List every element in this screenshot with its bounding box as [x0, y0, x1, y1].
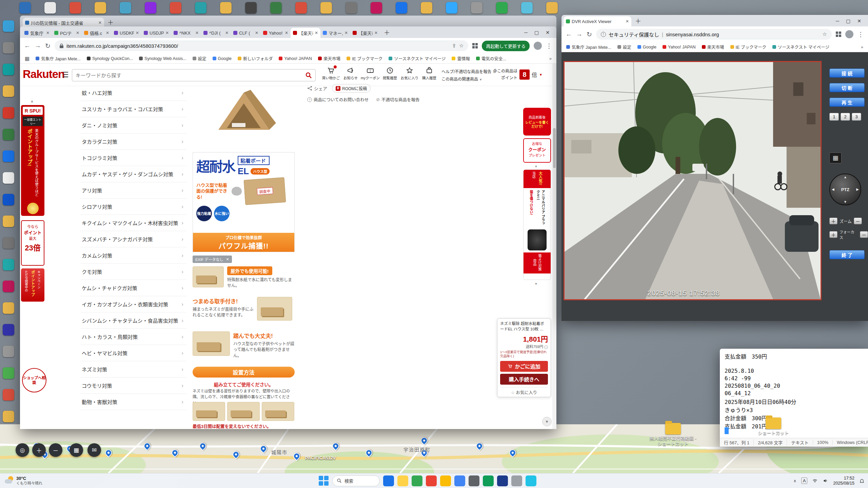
focus-out-button[interactable]: －	[860, 231, 868, 238]
desktop-icon[interactable]	[3, 172, 14, 184]
taskbar-app-icon[interactable]	[469, 475, 479, 486]
desktop-icon[interactable]	[3, 281, 14, 292]
help-report-link[interactable]: ヘルプ/不適切な商品を報告 ▼	[441, 68, 496, 76]
category-item[interactable]: キクイムシ・マツクイムシ・木材害虫対策 ›	[80, 215, 187, 231]
desktop-icon[interactable]	[295, 2, 307, 14]
category-item[interactable]: クモ対策 ›	[80, 264, 187, 280]
bookmarks-overflow-icon[interactable]: »	[861, 45, 863, 49]
bookmark-item[interactable]: ソースネクスト マイページ	[772, 44, 829, 50]
scrollbar-thumb[interactable]	[553, 128, 556, 168]
back-icon[interactable]: ←	[566, 30, 572, 38]
history-button[interactable]: 閲覧履歴	[380, 66, 400, 80]
desktop-icon[interactable]	[521, 2, 533, 14]
ad-scroll-down-icon[interactable]: ▼	[534, 282, 538, 286]
category-item[interactable]: イガ・カツオブシムシ・衣類害虫対策 ›	[80, 296, 187, 312]
bookmark-item[interactable]: IE ブックマーク	[347, 55, 382, 62]
checkout-button[interactable]: 購入手続きへ	[500, 374, 548, 385]
notification-bell-icon[interactable]	[859, 478, 865, 484]
desktop-icon[interactable]	[3, 194, 14, 205]
map-control-button[interactable]: ✉	[87, 443, 101, 457]
connect-button[interactable]: 接 続	[829, 68, 865, 78]
animal-barrier-banner[interactable]: 当店 大人気!! 猫を傷つけない! アニマルバリア ブラックミニ 猫よけ対策商品	[523, 169, 551, 280]
browser-tab[interactable]: USDJP ✕	[141, 28, 171, 38]
ptz-joystick[interactable]: ▲ ▼ ◀ ▶ PTZ	[829, 174, 861, 205]
desktop-icon[interactable]	[471, 2, 482, 14]
preset-button[interactable]: 3	[852, 113, 861, 121]
desktop-icon[interactable]	[3, 20, 14, 32]
close-icon[interactable]: ✕	[857, 18, 861, 24]
category-item[interactable]: ヘビ・ヤマビル対策 ›	[80, 345, 187, 361]
desktop-icon[interactable]	[3, 346, 14, 357]
page-scroll-down-button[interactable]: ▼	[542, 417, 552, 426]
browser-tab[interactable]: 【楽天市 ✕	[350, 28, 380, 38]
product-photo[interactable]	[193, 77, 295, 145]
bookmark-item[interactable]: 楽天市場	[318, 55, 340, 62]
taskbar-app-icon[interactable]	[397, 475, 408, 486]
desktop-icon[interactable]	[220, 2, 232, 14]
multiview-grid-button[interactable]: ▦	[829, 152, 842, 163]
tab-close-icon[interactable]: ✕	[344, 30, 348, 35]
desktop-icon[interactable]	[145, 2, 156, 14]
desktop-icon[interactable]	[546, 2, 558, 14]
desktop-icon[interactable]	[320, 2, 332, 14]
tab-close-icon[interactable]: ✕	[225, 30, 229, 35]
desktop-icon[interactable]	[195, 2, 206, 14]
bookmark-item[interactable]: ソースネクスト マイページ	[389, 55, 446, 62]
desktop-icon[interactable]	[3, 411, 14, 422]
new-tab-icon[interactable]: ＋	[632, 16, 645, 26]
bookmark-item[interactable]: 雷情報	[452, 55, 470, 62]
forward-icon[interactable]: →	[35, 42, 41, 49]
forward-icon[interactable]: →	[576, 30, 583, 38]
desktop-shortcut[interactable]: 無人販売不正行為動画 - ショートカット	[648, 423, 698, 446]
taskbar-app-icon[interactable]	[426, 475, 437, 486]
tray-chevron-icon[interactable]: ∧	[793, 479, 796, 483]
start-button[interactable]	[319, 476, 329, 486]
browser-tab[interactable]: DVR ActiveX Viewer ✕	[564, 16, 631, 26]
exif-close-icon[interactable]: ✕	[226, 257, 229, 262]
bookmark-item[interactable]: IE ブックマーク	[730, 44, 766, 50]
tab-close-icon[interactable]: ✕	[626, 19, 629, 24]
category-item[interactable]: ケムシ・チャドクガ対策 ›	[80, 280, 187, 296]
bookmark-item[interactable]: Google	[213, 56, 232, 61]
category-item[interactable]: 動物・害獣対策 ›	[80, 394, 187, 410]
desktop-icon[interactable]	[3, 389, 14, 401]
tab-close-icon[interactable]: ✕	[315, 30, 318, 35]
category-item[interactable]: ユスリカ・チョウバエ・コバエ対策 ›	[80, 101, 187, 117]
desktop-icon[interactable]	[170, 2, 181, 14]
category-item[interactable]: シバンムシ・チャタテムシ・食品害虫対策 ›	[80, 312, 187, 329]
volume-icon[interactable]	[823, 478, 828, 483]
bookmark-item[interactable]: 電気の安全...	[476, 55, 506, 62]
browser-tab[interactable]: Yahoo! ✕	[261, 28, 291, 38]
minimize-icon[interactable]: ─	[836, 18, 839, 24]
map-control-button[interactable]: ＋	[32, 443, 46, 457]
points-23x-banner[interactable]: 今なら ポイント 最大 23倍	[21, 220, 44, 266]
profile-avatar[interactable]	[845, 30, 853, 38]
bookmark-item[interactable]: 楽天市場	[702, 44, 724, 50]
browser-tab[interactable]: PC/テ ✕	[52, 28, 82, 38]
bookmark-item[interactable]: 気象庁 Japan Mete...	[36, 55, 81, 62]
coupon-button[interactable]: myクーポン	[360, 66, 380, 80]
category-item[interactable]: 蚊・ハエ対策 ›	[80, 85, 187, 101]
profile-avatar[interactable]	[534, 42, 542, 50]
bookmark-item[interactable]: Synology Web Assis...	[139, 56, 186, 61]
room-post-button[interactable]: R ROOMに投稿	[332, 84, 371, 93]
browser-tab[interactable]: USDKR ✕	[112, 28, 141, 38]
taskbar-app-icon[interactable]	[526, 475, 536, 486]
zoom-out-button[interactable]: －	[854, 218, 862, 224]
apps-grid-icon[interactable]: ▦	[25, 56, 29, 62]
bookmark-item[interactable]: 新しいフォルダ	[238, 55, 273, 62]
desktop-icon[interactable]	[3, 85, 14, 97]
tab-close-icon[interactable]: ✕	[76, 30, 79, 35]
purchase-history-button[interactable]: 購入履歴	[419, 66, 439, 80]
background-browser-window[interactable]: 川の防災情報 - 国土交通省 ✕ ＋	[20, 16, 556, 28]
desktop-icon[interactable]	[446, 2, 457, 14]
coupon-banner[interactable]: お得な クーポン プレゼント	[523, 138, 551, 163]
add-to-cart-button[interactable]: かごに追加	[500, 361, 548, 372]
back-icon[interactable]: ←	[24, 42, 31, 49]
tab-close-icon[interactable]: ✕	[374, 30, 378, 35]
category-item[interactable]: トコジラミ対策 ›	[80, 150, 187, 166]
desktop-icon[interactable]	[3, 216, 14, 227]
product-title[interactable]: ネズミ駆除 超耐水粘着ボードEL ハウス型 10枚 …	[500, 321, 548, 332]
tab-close-icon[interactable]: ✕	[285, 30, 288, 35]
desktop-icon[interactable]	[3, 64, 14, 75]
